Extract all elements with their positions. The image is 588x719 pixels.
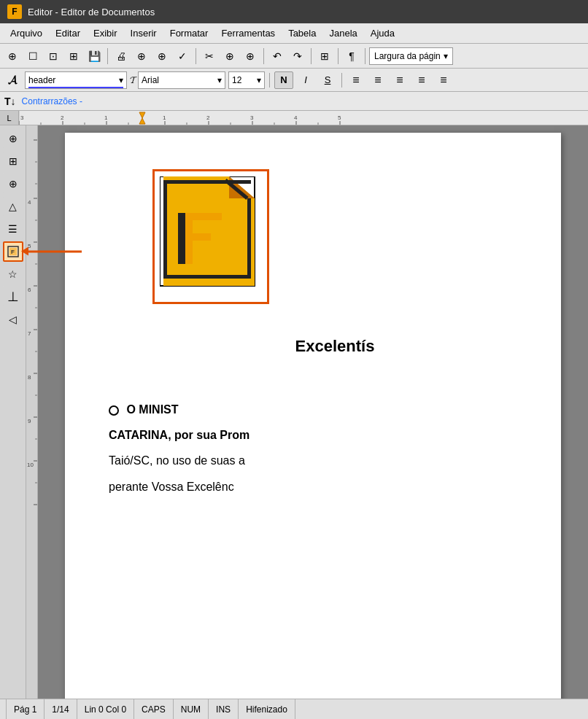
sidebar-btn-table[interactable]: ⊞ [3, 151, 23, 171]
title-bar: F Editor - Editor de Documentos [0, 0, 588, 23]
menu-ajuda[interactable]: Ajuda [365, 26, 401, 41]
menu-editar[interactable]: Editar [50, 26, 86, 41]
doc-embedded-frame[interactable] [152, 169, 269, 304]
svg-rect-61 [247, 198, 251, 279]
tb-sep5 [338, 48, 339, 64]
main-area: ⊕ ⊞ ⊕ △ ☰ F ☆ ⊥ ◁ [0, 125, 588, 699]
status-hyphen: Hifenizado [239, 699, 295, 719]
sidebar-btn-frame[interactable]: F [3, 241, 23, 262]
italic-button[interactable]: I [296, 71, 315, 89]
fmt-sep2 [341, 73, 342, 88]
status-position: Lin 0 Col 0 [77, 699, 134, 719]
status-bar: Pág 1 1/14 Lin 0 Col 0 CAPS NUM INS Hife… [0, 699, 588, 719]
sidebar-btn-shapes[interactable]: △ [3, 196, 23, 217]
doc-area[interactable]: Excelentís O MINIST CATARINA, por sua Pr… [38, 125, 588, 699]
align-justify-btn[interactable]: ≡ [412, 71, 431, 89]
pixel-art-icon [160, 176, 262, 297]
menu-tabela[interactable]: Tabela [282, 26, 322, 41]
svg-text:2: 2 [61, 114, 64, 121]
svg-text:5: 5 [338, 114, 341, 121]
tb-pdf-btn[interactable]: ⊕ [152, 47, 171, 66]
status-ins[interactable]: INS [209, 699, 239, 719]
svg-rect-59 [163, 180, 167, 279]
doc-content: Excelentís O MINIST CATARINA, por sua Pr… [109, 337, 517, 497]
menu-inserir[interactable]: Inserir [125, 26, 163, 41]
ruler-corner[interactable]: L [0, 111, 19, 125]
align-center-btn[interactable]: ≡ [368, 71, 387, 89]
doc-body: O MINIST CATARINA, por sua Prom Taió/SC,… [109, 400, 517, 497]
tb-sep2 [196, 48, 196, 64]
tb-cut-btn[interactable]: ✂ [200, 47, 219, 66]
ruler-area: 3 2 1 1 2 3 4 5 [19, 111, 588, 125]
svg-text:3: 3 [250, 114, 254, 121]
indent-btn[interactable]: ≡ [434, 71, 453, 89]
svg-text:3: 3 [20, 114, 24, 121]
doc-heading: Excelentís [109, 337, 517, 356]
tb-page-width-dropdown[interactable]: Largura da págin ▾ [369, 47, 453, 65]
svg-rect-58 [163, 180, 251, 184]
svg-rect-60 [163, 275, 251, 279]
menu-arquivo[interactable]: Arquivo [4, 26, 48, 41]
status-caps[interactable]: CAPS [134, 699, 174, 719]
tb-new-btn[interactable]: ⊕ [3, 47, 22, 66]
breadcrumb: Contrarrazões - [22, 96, 82, 106]
sidebar-btn-star[interactable]: ☆ [3, 264, 23, 284]
fmt-sep1 [269, 73, 270, 88]
svg-rect-69 [185, 241, 193, 264]
doc-para3: Taió/SC, no uso de suas a [109, 451, 517, 470]
tb-spell-btn[interactable]: ✓ [173, 47, 192, 66]
tb-save-btn[interactable]: 💾 [85, 47, 104, 66]
svg-text:9: 9 [28, 418, 31, 424]
tb-redo-btn[interactable]: ↷ [288, 47, 307, 66]
style-underline [28, 87, 123, 88]
tb-save3-btn[interactable]: ⊞ [64, 47, 83, 66]
sidebar-btn-list[interactable]: ☰ [3, 219, 23, 239]
tb-save2-btn[interactable]: ⊡ [44, 47, 63, 66]
status-page: Pág 1 [6, 699, 45, 719]
doc-para4: perante Vossa Excelênc [109, 477, 517, 497]
svg-rect-68 [185, 233, 211, 241]
tb-print2-btn[interactable]: ⊕ [132, 47, 151, 66]
svg-text:6: 6 [28, 287, 31, 293]
svg-rect-27 [26, 125, 38, 699]
vertical-ruler: 3 4 5 6 7 8 9 10 [26, 125, 38, 699]
svg-rect-64 [178, 220, 185, 264]
style-dropdown[interactable]: header ▾ [25, 71, 127, 89]
align-right-btn[interactable]: ≡ [390, 71, 409, 89]
sidebar-btn-arrow[interactable]: ⊥ [3, 287, 23, 307]
tb-sep3 [263, 48, 264, 64]
menu-janela[interactable]: Janela [323, 26, 363, 41]
tb-undo-btn[interactable]: ↶ [268, 47, 287, 66]
menu-ferramentas[interactable]: Ferramentas [215, 26, 281, 41]
svg-text:4: 4 [28, 199, 31, 206]
app-icon: F [7, 4, 22, 19]
tb-paste-btn[interactable]: ⊕ [241, 47, 260, 66]
font-dropdown[interactable]: Arial ▾ [138, 71, 225, 89]
circle-bullet [109, 405, 119, 416]
para-style-icon: 𝓐 [3, 71, 22, 90]
svg-rect-67 [185, 220, 193, 233]
sidebar-btn-left[interactable]: ◁ [3, 309, 23, 330]
underline-button[interactable]: S [318, 71, 337, 89]
tb-open-btn[interactable]: ☐ [23, 47, 42, 66]
tb-pilcrow-btn[interactable]: ¶ [342, 47, 361, 66]
tb-table-btn[interactable]: ⊞ [315, 47, 334, 66]
menu-exibir[interactable]: Exibir [88, 26, 123, 41]
align-left-btn[interactable]: ≡ [347, 71, 365, 89]
tb-sep4 [311, 48, 312, 64]
breadcrumb-bar: T↓ Contrarrazões - [0, 92, 588, 111]
sidebar-btn-insert1[interactable]: ⊕ [3, 128, 23, 149]
menu-formatar[interactable]: Formatar [164, 26, 214, 41]
bold-button[interactable]: N [274, 71, 293, 89]
window-title: Editor - Editor de Documentos [28, 7, 155, 18]
status-num[interactable]: NUM [174, 699, 209, 719]
svg-text:10: 10 [27, 462, 34, 468]
sidebar-btn-insert3[interactable]: ⊕ [3, 174, 23, 194]
size-dropdown[interactable]: 12 ▾ [228, 71, 265, 89]
doc-para1: O MINIST [109, 400, 517, 419]
tb-copy-btn[interactable]: ⊕ [220, 47, 239, 66]
document-page: Excelentís O MINIST CATARINA, por sua Pr… [65, 133, 561, 699]
tb-sep1 [107, 48, 108, 64]
tb-print-btn[interactable]: 🖨 [112, 47, 131, 66]
font-icon: 𝓣 [130, 74, 136, 86]
